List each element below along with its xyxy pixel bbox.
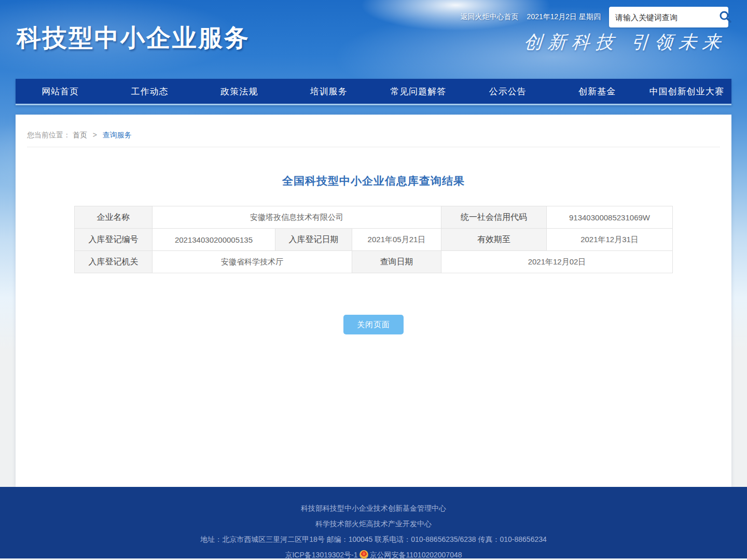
credit-code-value: 91340300085231069W — [547, 206, 673, 229]
query-date-label: 查询日期 — [352, 251, 441, 273]
slogan-text: 创新科技 引领未来 — [523, 30, 727, 54]
reg-org-value: 安徽省科学技术厅 — [152, 251, 352, 273]
topbar: 返回火炬中心首页 2021年12月2日 星期四 — [461, 7, 728, 27]
main-nav: 网站首页 工作动态 政策法规 培训服务 常见问题解答 公示公告 创新基金 中国创… — [16, 79, 731, 105]
footer-contact-line: 地址：北京市西城区三里河二区甲18号 邮编：100045 联系电话：010-88… — [0, 531, 747, 547]
table-row: 企业名称 安徽塔孜信息技术有限公司 统一社会信用代码 9134030008523… — [74, 206, 672, 229]
reg-no-value: 202134030200005135 — [152, 229, 275, 251]
reg-org-label: 入库登记机关 — [74, 251, 152, 273]
reg-date-label: 入库登记日期 — [275, 229, 352, 251]
breadcrumb: 您当前位置： 首页 > 查询服务 — [27, 115, 720, 147]
police-badge-icon — [359, 550, 368, 559]
footer-org-line2: 科学技术部火炬高技术产业开发中心 — [0, 516, 747, 531]
reg-date-value: 2021年05月21日 — [352, 229, 441, 251]
company-name-value: 安徽塔孜信息技术有限公司 — [152, 206, 441, 229]
search-button[interactable] — [718, 9, 732, 25]
nav-item-notices[interactable]: 公示公告 — [463, 79, 553, 104]
page-title: 全国科技型中小企业信息库查询结果 — [16, 174, 731, 188]
table-row: 入库登记机关 安徽省科学技术厅 查询日期 2021年12月02日 — [74, 251, 672, 273]
current-date: 2021年12月2日 星期四 — [527, 12, 601, 22]
nav-item-faq[interactable]: 常见问题解答 — [374, 79, 463, 104]
query-date-value: 2021年12月02日 — [441, 251, 673, 273]
footer-icp-line: 京ICP备13019302号-1京公网安备11010202007048 — [0, 547, 747, 560]
credit-code-label: 统一社会信用代码 — [441, 206, 547, 229]
nav-item-home[interactable]: 网站首页 — [16, 79, 105, 104]
breadcrumb-current-link[interactable]: 查询服务 — [103, 131, 132, 139]
nav-item-news[interactable]: 工作动态 — [105, 79, 195, 104]
reg-no-label: 入库登记编号 — [74, 229, 152, 251]
breadcrumb-separator: > — [93, 131, 97, 139]
valid-until-label: 有效期至 — [441, 229, 547, 251]
icp-record-link[interactable]: 京ICP备13019302号-1 — [285, 551, 357, 559]
breadcrumb-home-link[interactable]: 首页 — [73, 131, 87, 139]
torch-center-home-link[interactable]: 返回火炬中心首页 — [461, 12, 519, 22]
query-result-table: 企业名称 安徽塔孜信息技术有限公司 统一社会信用代码 9134030008523… — [74, 206, 673, 273]
nav-item-competition[interactable]: 中国创新创业大赛 — [642, 79, 732, 104]
search-box — [609, 7, 728, 27]
site-logo: 科技型中小企业服务 — [17, 22, 250, 54]
search-icon — [718, 10, 732, 25]
nav-item-fund[interactable]: 创新基金 — [552, 79, 642, 104]
valid-until-value: 2021年12月31日 — [547, 229, 673, 251]
page-footer: 科技部科技型中小企业技术创新基金管理中心 科学技术部火炬高技术产业开发中心 地址… — [0, 487, 747, 558]
close-page-button[interactable]: 关闭页面 — [343, 315, 404, 334]
company-name-label: 企业名称 — [74, 206, 152, 229]
police-record-link[interactable]: 京公网安备11010202007048 — [370, 551, 462, 559]
breadcrumb-prefix: 您当前位置： — [27, 131, 71, 139]
nav-item-training[interactable]: 培训服务 — [284, 79, 374, 104]
footer-org-line1: 科技部科技型中小企业技术创新基金管理中心 — [0, 500, 747, 516]
nav-item-policy[interactable]: 政策法规 — [195, 79, 284, 104]
search-input[interactable] — [615, 13, 718, 22]
table-row: 入库登记编号 202134030200005135 入库登记日期 2021年05… — [74, 229, 672, 251]
